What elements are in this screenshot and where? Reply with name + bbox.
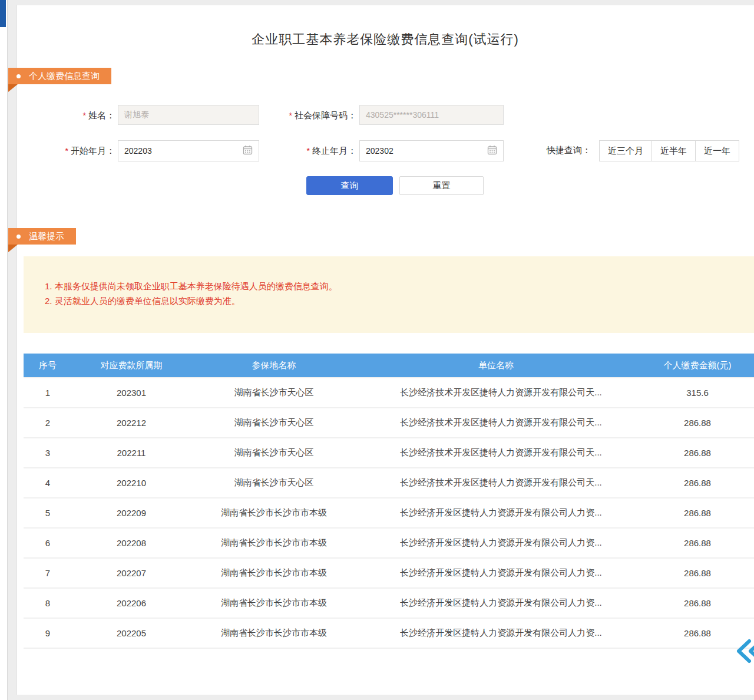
cell-seq: 2	[24, 408, 72, 438]
table-row: 2202212湖南省长沙市天心区长沙经济技术开发区捷特人力资源开发有限公司天..…	[24, 408, 754, 438]
calendar-icon[interactable]	[243, 145, 253, 157]
cell-area: 湖南省长沙市天心区	[191, 378, 357, 408]
cell-seq: 4	[24, 468, 72, 498]
query-button[interactable]: 查询	[306, 176, 393, 195]
cell-company: 长沙经济技术开发区捷特人力资源开发有限公司天...	[357, 408, 635, 438]
header-company: 单位名称	[357, 354, 635, 378]
bullet-dot-icon	[16, 74, 21, 78]
cell-company: 长沙经济技术开发区捷特人力资源开发有限公司天...	[357, 468, 635, 498]
header-amount: 个人缴费金额(元)	[635, 354, 754, 378]
cell-amount: 315.6	[635, 378, 754, 408]
cell-area: 湖南省长沙市天心区	[191, 438, 357, 468]
section-badge-personal-query: 个人缴费信息查询	[8, 68, 111, 84]
end-month-value: 202302	[366, 146, 393, 156]
cell-amount: 286.88	[635, 438, 754, 468]
quick-query-group: 近三个月 近半年 近一年	[600, 140, 739, 161]
cell-period: 202301	[72, 378, 191, 408]
side-panel-blue-tab	[0, 0, 6, 27]
table-row: 1202301湖南省长沙市天心区长沙经济技术开发区捷特人力资源开发有限公司天..…	[24, 378, 754, 408]
header-period: 对应费款所属期	[72, 354, 191, 378]
section-badge-label: 个人缴费信息查询	[29, 71, 100, 82]
cell-company: 长沙经济技术开发区捷特人力资源开发有限公司天...	[357, 378, 635, 408]
start-month-field[interactable]: 202203	[118, 140, 259, 161]
cell-seq: 9	[24, 618, 72, 648]
cell-area: 湖南省长沙市天心区	[191, 408, 357, 438]
cell-period: 202210	[72, 468, 191, 498]
payment-table: 序号 对应费款所属期 参保地名称 单位名称 个人缴费金额(元) 1202301湖…	[24, 354, 754, 649]
cell-period: 202205	[72, 618, 191, 648]
badge-fold-decoration	[8, 84, 18, 92]
cell-seq: 8	[24, 588, 72, 618]
table-row: 7202207湖南省长沙市长沙市市本级长沙经济开发区捷特人力资源开发有限公司人力…	[24, 558, 754, 588]
start-month-value: 202203	[124, 146, 152, 156]
cell-area: 湖南省长沙市长沙市市本级	[191, 558, 357, 588]
name-field[interactable]: 谢旭泰	[118, 105, 259, 125]
cell-seq: 7	[24, 558, 72, 588]
cell-period: 202208	[72, 528, 191, 558]
table-row: 6202208湖南省长沙市长沙市市本级长沙经济开发区捷特人力资源开发有限公司人力…	[24, 528, 754, 558]
table-row: 8202206湖南省长沙市长沙市市本级长沙经济开发区捷特人力资源开发有限公司人力…	[24, 588, 754, 618]
quick-query-label: 快捷查询：	[547, 145, 591, 156]
quick-halfyear-button[interactable]: 近半年	[652, 140, 696, 161]
cell-amount: 286.88	[635, 468, 754, 498]
quick-3months-button[interactable]: 近三个月	[599, 140, 652, 161]
cell-amount: 286.88	[635, 408, 754, 438]
cell-period: 202212	[72, 408, 191, 438]
quick-1year-button[interactable]: 近一年	[695, 140, 739, 161]
cell-seq: 5	[24, 498, 72, 528]
cell-amount: 286.88	[635, 498, 754, 528]
required-asterisk: *	[289, 111, 292, 120]
table-row: 5202209湖南省长沙市长沙市市本级长沙经济开发区捷特人力资源开发有限公司人力…	[24, 498, 754, 528]
bullet-dot-icon	[16, 235, 21, 239]
cell-area: 湖南省长沙市天心区	[191, 468, 357, 498]
cell-period: 202209	[72, 498, 191, 528]
header-area: 参保地名称	[191, 354, 357, 378]
cell-amount: 286.88	[635, 528, 754, 558]
header-seq: 序号	[24, 354, 72, 378]
ssn-field[interactable]: 430525******306111	[359, 105, 504, 125]
cell-period: 202207	[72, 558, 191, 588]
section-badge-label: 温馨提示	[29, 231, 64, 242]
cell-seq: 3	[24, 438, 72, 468]
cell-amount: 286.88	[635, 558, 754, 588]
end-month-label: *终止年月：	[268, 145, 356, 157]
start-month-label: *开始年月：	[47, 145, 115, 157]
name-value: 谢旭泰	[124, 110, 149, 120]
page-title: 企业职工基本养老保险缴费信息查询(试运行)	[16, 31, 754, 48]
cell-area: 湖南省长沙市长沙市市本级	[191, 498, 357, 528]
ssn-value: 430525******306111	[366, 110, 439, 120]
table-row: 9202205湖南省长沙市长沙市市本级长沙经济开发区捷特人力资源开发有限公司人力…	[24, 618, 754, 648]
cell-seq: 6	[24, 528, 72, 558]
required-asterisk: *	[83, 111, 86, 120]
collapsed-side-panel	[0, 0, 8, 700]
cell-amount: 286.88	[635, 588, 754, 618]
cell-company: 长沙经济开发区捷特人力资源开发有限公司人力资...	[357, 498, 635, 528]
cell-seq: 1	[24, 378, 72, 408]
table-row: 4202210湖南省长沙市天心区长沙经济技术开发区捷特人力资源开发有限公司天..…	[24, 468, 754, 498]
tips-line-1: 1. 本服务仅提供尚未领取企业职工基本养老保险待遇人员的缴费信息查询。	[45, 279, 754, 293]
table-body: 1202301湖南省长沙市天心区长沙经济技术开发区捷特人力资源开发有限公司天..…	[24, 378, 754, 648]
double-chevron-left-icon[interactable]	[734, 639, 754, 666]
cell-company: 长沙经济开发区捷特人力资源开发有限公司人力资...	[357, 558, 635, 588]
cell-area: 湖南省长沙市长沙市市本级	[191, 618, 357, 648]
name-label: *姓名：	[47, 110, 115, 121]
ssn-label: *社会保障号码：	[268, 110, 356, 121]
table-header: 序号 对应费款所属期 参保地名称 单位名称 个人缴费金额(元)	[24, 354, 754, 378]
cell-area: 湖南省长沙市长沙市市本级	[191, 588, 357, 618]
tips-line-2: 2. 灵活就业人员的缴费单位信息以实际缴费为准。	[45, 293, 754, 308]
end-month-field[interactable]: 202302	[359, 140, 504, 161]
required-asterisk: *	[307, 146, 310, 156]
reset-button[interactable]: 重置	[399, 176, 484, 195]
cell-period: 202206	[72, 588, 191, 618]
table-row: 3202211湖南省长沙市天心区长沙经济技术开发区捷特人力资源开发有限公司天..…	[24, 438, 754, 468]
cell-company: 长沙经济技术开发区捷特人力资源开发有限公司天...	[357, 438, 635, 468]
calendar-icon[interactable]	[487, 145, 497, 157]
cell-area: 湖南省长沙市长沙市市本级	[191, 528, 357, 558]
section-badge-tips: 温馨提示	[8, 228, 76, 245]
cell-company: 长沙经济开发区捷特人力资源开发有限公司人力资...	[357, 528, 635, 558]
required-asterisk: *	[65, 146, 68, 156]
cell-company: 长沙经济开发区捷特人力资源开发有限公司人力资...	[357, 618, 635, 648]
cell-company: 长沙经济开发区捷特人力资源开发有限公司人力资...	[357, 588, 635, 618]
tips-notice-box: 1. 本服务仅提供尚未领取企业职工基本养老保险待遇人员的缴费信息查询。 2. 灵…	[24, 256, 754, 333]
badge-fold-decoration	[8, 245, 18, 252]
